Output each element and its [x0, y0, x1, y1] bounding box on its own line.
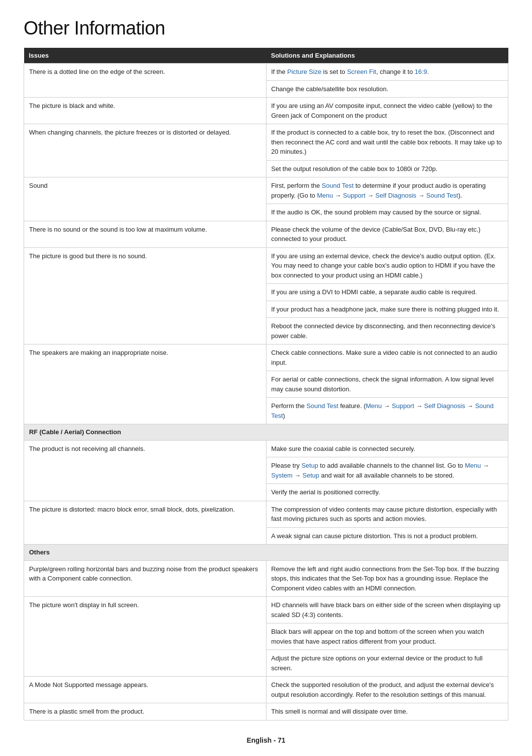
link-text: Support [392, 402, 414, 410]
link-text: 16:9 [415, 68, 427, 75]
issue-cell-8: The product is not receiving all channel… [24, 440, 266, 501]
solution-cell-5-2: If your product has a headphone jack, ma… [266, 301, 508, 318]
issue-cell-11: Purple/green rolling horizontal bars and… [24, 560, 266, 597]
issues-table: Issues Solutions and Explanations There … [24, 48, 508, 721]
section-header-7: RF (Cable / Aerial) Connection [24, 424, 508, 441]
link-text: Menu [317, 192, 333, 199]
link-text: Menu [366, 402, 382, 410]
solution-cell-5-0: If you are using an external device, che… [266, 247, 508, 284]
solution-cell-11-0: Remove the left and right audio connecti… [266, 560, 508, 597]
link-text: Menu [465, 462, 481, 469]
link-text: Picture Size [287, 68, 321, 75]
issue-cell-6: The speakers are making an inappropriate… [24, 344, 266, 424]
solution-cell-8-1: Please try Setup to add available channe… [266, 457, 508, 484]
page-footer: English - 71 [24, 736, 508, 744]
issue-cell-13: A Mode Not Supported message appears. [24, 677, 266, 703]
issue-cell-12: The picture won't display in full screen… [24, 597, 266, 677]
solution-cell-0-0: If the Picture Size is set to Screen Fit… [266, 64, 508, 81]
link-text: Sound Test [306, 402, 338, 410]
link-text: Setup [301, 462, 318, 469]
solution-cell-4-0: Please check the volume of the device (C… [266, 221, 508, 247]
solution-cell-2-1: Set the output resolution of the cable b… [266, 160, 508, 177]
solution-cell-9-0: The compression of video contents may ca… [266, 501, 508, 527]
link-text: Setup [302, 472, 319, 479]
link-text: Self Diagnosis [424, 402, 465, 410]
link-text: Self Diagnosis [375, 192, 416, 199]
solution-cell-2-0: If the product is connected to a cable b… [266, 124, 508, 161]
issue-cell-0: There is a dotted line on the edge of th… [24, 64, 266, 98]
solution-cell-5-3: Reboot the connected device by disconnec… [266, 318, 508, 344]
link-text: Sound Test [322, 182, 354, 189]
solution-cell-8-0: Make sure the coaxial cable is connected… [266, 440, 508, 457]
page-title: Other Information [24, 18, 508, 39]
issue-cell-3: Sound [24, 177, 266, 221]
issue-cell-5: The picture is good but there is no soun… [24, 247, 266, 344]
solution-cell-3-1: If the audio is OK, the sound problem ma… [266, 204, 508, 221]
solution-cell-12-0: HD channels will have black bars on eith… [266, 597, 508, 623]
solution-cell-0-1: Change the cable/satellite box resolutio… [266, 80, 508, 98]
solution-cell-1-0: If you are using an AV composite input, … [266, 98, 508, 124]
solution-cell-3-0: First, perform the Sound Test to determi… [266, 177, 508, 204]
link-text: Support [343, 192, 366, 199]
link-text: System [271, 472, 293, 479]
issue-cell-2: When changing channels, the picture free… [24, 124, 266, 177]
solution-cell-12-2: Adjust the picture size options on your … [266, 650, 508, 677]
solution-cell-12-1: Black bars will appear on the top and bo… [266, 623, 508, 650]
col-header-issues: Issues [24, 48, 266, 64]
solution-cell-14-0: This smell is normal and will dissipate … [266, 703, 508, 721]
solution-cell-8-2: Verify the aerial is positioned correctl… [266, 484, 508, 501]
issue-cell-1: The picture is black and white. [24, 98, 266, 124]
solution-cell-6-1: For aerial or cable connections, check t… [266, 371, 508, 398]
issue-cell-4: There is no sound or the sound is too lo… [24, 221, 266, 247]
section-header-10: Others [24, 545, 508, 561]
solution-cell-6-0: Check cable connections. Make sure a vid… [266, 344, 508, 371]
issue-cell-9: The picture is distorted: macro block er… [24, 501, 266, 545]
solution-cell-9-1: A weak signal can cause picture distorti… [266, 527, 508, 545]
link-text: Sound Test [426, 192, 458, 199]
link-text: Screen Fit [347, 68, 376, 75]
solution-cell-13-0: Check the supported resolution of the pr… [266, 677, 508, 703]
issue-cell-14: There is a plastic smell from the produc… [24, 703, 266, 721]
solution-cell-5-1: If you are using a DVI to HDMI cable, a … [266, 284, 508, 301]
col-header-solutions: Solutions and Explanations [266, 48, 508, 64]
solution-cell-6-2: Perform the Sound Test feature. (Menu → … [266, 398, 508, 424]
